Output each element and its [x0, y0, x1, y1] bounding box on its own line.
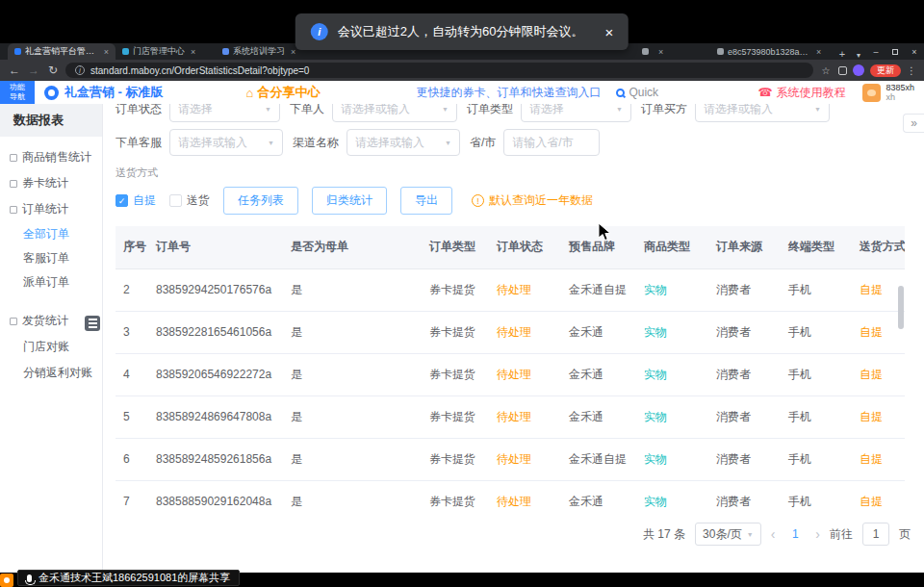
filter-row-1: 订单状态 请选择 ▼ 下单人 请选择或输入 ▼ 订单类型 [103, 104, 924, 122]
close-window-button[interactable]: × [905, 47, 924, 57]
share-center-link[interactable]: ⌂ 合分享中心 [246, 84, 321, 101]
order-type-select[interactable]: 请选择 ▼ [521, 104, 631, 122]
browser-update-button[interactable]: 更新 [870, 64, 901, 77]
bookmark-star-icon[interactable]: ☆ [819, 65, 833, 76]
cell-product-type: 实物 [636, 353, 708, 396]
refresh-icon[interactable]: ↻ [46, 64, 60, 77]
browser-profile-avatar[interactable] [853, 64, 864, 76]
cell-order-id: 83858924869647808a [148, 396, 283, 438]
page-input[interactable] [862, 523, 889, 546]
back-icon[interactable]: ← [8, 64, 21, 77]
cell-delivery-method: 自提 [852, 268, 905, 311]
cell-delivery-method: 自提 [852, 480, 905, 515]
checkbox-label: 自提 [133, 192, 156, 209]
province-city-input[interactable] [503, 129, 600, 156]
cell-terminal-type: 手机 [781, 438, 852, 480]
browser-menu-icon[interactable]: ⋮ [907, 65, 916, 76]
collapse-filters-button[interactable]: » [903, 114, 924, 133]
quick-entry-promo[interactable]: 更快捷的券卡、订单和快递查询入口 [416, 85, 601, 101]
checkbox-delivery[interactable]: 送货 [169, 192, 210, 209]
close-icon[interactable]: × [191, 47, 195, 57]
table-row: 4 83859206546922272a 是 券卡提货 待处理 金禾通 实物 消… [116, 353, 905, 396]
meeting-toast: i 会议已超过2人，自动转为60分钟限时会议。 × [295, 13, 629, 50]
table-row: 3 83859228165461056a 是 券卡提货 待处理 金禾通 实物 消… [116, 311, 905, 353]
sidebar-item-store-reconciliation[interactable]: 门店对账 [0, 334, 102, 360]
tutorial-label: 系统使用教程 [776, 85, 845, 101]
cell-presale-brand: 金禾通 [561, 353, 636, 396]
service-agent-select[interactable]: 请选择或输入 ▼ [169, 129, 283, 156]
maximize-icon [892, 49, 898, 55]
sidebar-item-service-orders[interactable]: 客服订单 [0, 246, 102, 270]
menu-icon [89, 322, 97, 324]
sidebar-item-distribution-rebate[interactable]: 分销返利对账 [0, 360, 102, 386]
col-order-type: 订单类型 [422, 226, 489, 268]
order-status-select[interactable]: 请选择 ▼ [169, 104, 280, 122]
nav-toggle-label: 导航 [10, 92, 25, 102]
sidebar-item-label: 门店对账 [23, 339, 69, 355]
sidebar-item-product-sales-stats[interactable]: 商品销售统计 [0, 144, 102, 170]
cell-terminal-type: 手机 [781, 480, 852, 515]
url-bar[interactable]: i standard.maboy.cn/OrderStatisticsDetai… [65, 63, 813, 78]
filter-label: 订单类型 [467, 104, 513, 117]
close-icon[interactable]: × [604, 24, 613, 40]
function-nav-toggle[interactable]: 功能 导航 [0, 81, 35, 104]
next-page-button[interactable]: › [815, 526, 820, 542]
sidebar-item-label: 发货统计 [22, 313, 68, 329]
sidebar-collapse-handle[interactable] [85, 316, 100, 331]
site-info-icon[interactable]: i [75, 65, 85, 75]
taskbar-app-icon[interactable] [0, 574, 13, 587]
order-buyer-select[interactable]: 请选择或输入 ▼ [695, 104, 830, 122]
extensions-icon[interactable] [838, 66, 847, 75]
channel-name-select[interactable]: 请选择或输入 ▼ [346, 129, 460, 156]
sidebar-item-dispatch-orders[interactable]: 派单订单 [0, 270, 102, 294]
tab-search-caret-icon[interactable]: ▾ [851, 51, 866, 60]
user-menu[interactable]: 8385xh xh [862, 83, 914, 103]
browser-tab[interactable]: 门店管理中心 × [116, 43, 216, 60]
close-icon[interactable]: × [658, 47, 663, 57]
checkbox-pickup[interactable]: ✓ 自提 [116, 192, 156, 209]
sidebar-item-order-stats[interactable]: 订单统计 [0, 196, 102, 222]
sidebar-item-label: 券卡统计 [22, 175, 68, 191]
cell-order-id: 83859228165461056a [148, 311, 283, 353]
filter-label: 省/市 [470, 135, 496, 151]
cell-terminal-type: 手机 [781, 353, 852, 396]
close-icon[interactable]: × [104, 47, 109, 57]
checkbox-checked-icon: ✓ [116, 194, 128, 207]
cell-order-status: 待处理 [489, 480, 561, 515]
quick-search[interactable]: Quick [616, 86, 658, 99]
sidebar-item-coupon-card-stats[interactable]: 券卡统计 [0, 170, 102, 196]
task-list-button[interactable]: 任务列表 [223, 187, 298, 215]
browser-tab-active[interactable]: 礼盒营销平台管理中心 × [8, 43, 116, 60]
placeholder-text: 请选择或输入 [178, 135, 262, 151]
close-icon[interactable]: × [291, 47, 295, 57]
cell-order-id: 83859294250176576a [148, 268, 283, 311]
forward-icon[interactable]: → [27, 64, 40, 77]
cell-delivery-method: 自提 [852, 311, 905, 353]
minimize-button[interactable]: – [866, 47, 886, 57]
phone-icon: ☎ [758, 86, 773, 99]
total-count: 共 17 条 [643, 526, 685, 543]
prev-page-button[interactable]: ‹ [771, 526, 776, 542]
system-tutorial-link[interactable]: ☎ 系统使用教程 [758, 85, 846, 101]
tab-title: 系统培训学习 [233, 45, 285, 58]
orderer-select[interactable]: 请选择或输入 ▼ [332, 104, 457, 122]
placeholder-text: 请选择 [178, 104, 259, 117]
cell-order-source: 消费者 [708, 396, 781, 438]
maximize-button[interactable] [886, 47, 905, 57]
sidebar-item-all-orders[interactable]: 全部订单 [0, 222, 102, 246]
cell-order-type: 券卡提货 [422, 396, 489, 438]
placeholder-text: 请选择 [529, 104, 610, 117]
browser-tab[interactable]: e8c573980b1328a258fd2e6 × [710, 43, 834, 60]
search-icon [616, 89, 625, 97]
page-size-select[interactable]: 30条/页 ▼ [695, 523, 761, 546]
browser-tab[interactable]: × [635, 43, 710, 60]
chevron-down-icon: ▼ [265, 106, 271, 113]
category-stats-button[interactable]: 归类统计 [312, 187, 387, 215]
current-page[interactable]: 1 [784, 527, 806, 541]
col-product-type: 商品类型 [636, 226, 708, 268]
cell-presale-brand: 金禾通 [561, 480, 636, 515]
new-tab-button[interactable]: + [834, 48, 851, 60]
close-icon[interactable]: × [816, 47, 821, 57]
table-scrollbar[interactable] [898, 286, 904, 329]
export-button[interactable]: 导出 [400, 187, 452, 215]
